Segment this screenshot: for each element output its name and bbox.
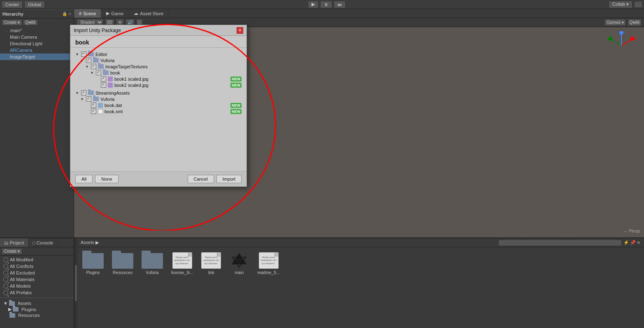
dat-file-icon — [98, 103, 103, 108]
tree-item-imagetargettextures: ▼ ImageTargetTextures — [75, 63, 242, 70]
dialog-footer: All None Cancel Import — [70, 171, 246, 186]
import-unity-package-dialog: Import Unity Package ✕ book ▼ Editor ▼ V… — [70, 25, 247, 187]
bookxml-checkbox[interactable] — [91, 109, 96, 114]
tree-item-vuforia2: ▼ Vuforia — [75, 96, 242, 102]
vuforia2-checkbox[interactable] — [86, 96, 91, 102]
book2-label: book2 scaled.jpg — [114, 83, 149, 88]
vuforia1-label: Vuforia — [100, 58, 114, 63]
book-folder-checkbox[interactable] — [96, 70, 101, 75]
expand-icon: ▼ — [90, 71, 94, 75]
bookxml-label: book.xml — [105, 109, 123, 114]
imagetargettextures-label: ImageTargetTextures — [105, 64, 148, 69]
new-badge: NEW — [230, 103, 242, 108]
xml-file-icon — [98, 109, 103, 114]
vuforia1-checkbox[interactable] — [86, 58, 91, 63]
imagetargettextures-checkbox[interactable] — [91, 64, 96, 69]
expand-icon: ▼ — [75, 52, 79, 56]
tree-item-editor: ▼ Editor — [75, 51, 242, 57]
new-badge: NEW — [230, 109, 242, 114]
vuforia2-label: Vuforia — [100, 97, 114, 102]
dialog-titlebar: Import Unity Package ✕ — [70, 25, 246, 36]
folder-icon — [98, 64, 104, 69]
new-badge: NEW — [230, 77, 242, 81]
book1-checkbox[interactable] — [101, 76, 106, 81]
book2-checkbox[interactable] — [101, 82, 106, 88]
streamingassets-label: StreamingAssets — [95, 91, 130, 95]
cancel-button[interactable]: Cancel — [188, 175, 214, 183]
editor-checkbox[interactable] — [81, 51, 86, 57]
dialog-close-button[interactable]: ✕ — [237, 27, 243, 34]
expand-icon: ▼ — [80, 97, 84, 101]
new-badge: NEW — [230, 83, 242, 88]
tree-item-book-folder: ▼ book — [75, 70, 242, 76]
dialog-title: Import Unity Package — [74, 28, 121, 33]
tree-item-bookxml: book.xml NEW — [75, 108, 242, 114]
bookdat-checkbox[interactable] — [91, 102, 96, 108]
expand-icon: ▼ — [75, 91, 79, 95]
expand-icon: ▼ — [80, 58, 84, 63]
image-file-icon — [108, 83, 113, 88]
none-button[interactable]: None — [95, 175, 118, 183]
book-folder-label: book — [110, 70, 120, 75]
folder-icon — [88, 52, 94, 56]
tree-item-book2: book2 scaled.jpg NEW — [75, 82, 242, 88]
tree-item-bookdat: book.dat NEW — [75, 102, 242, 108]
image-file-icon — [108, 77, 113, 81]
import-button[interactable]: Import — [216, 175, 242, 183]
book1-label: book1 scaled.jpg — [114, 77, 149, 81]
folder-icon — [88, 91, 94, 95]
tree-item-streamingassets: ▼ StreamingAssets — [75, 90, 242, 96]
dialog-subtitle: book — [70, 36, 246, 48]
folder-icon — [103, 70, 109, 75]
expand-icon: ▼ — [85, 65, 89, 69]
all-button[interactable]: All — [75, 175, 93, 183]
tree-item-vuforia1: ▼ Vuforia — [75, 57, 242, 63]
dialog-overlay: Import Unity Package ✕ book ▼ Editor ▼ V… — [0, 0, 644, 328]
bookdat-label: book.dat — [105, 103, 122, 108]
tree-item-book1: book1 scaled.jpg NEW — [75, 76, 242, 82]
dialog-body: ▼ Editor ▼ Vuforia ▼ ImageTargetTextures — [70, 48, 246, 171]
folder-icon — [93, 97, 99, 101]
editor-label: Editor — [95, 52, 107, 57]
folder-icon — [93, 58, 99, 63]
streamingassets-checkbox[interactable] — [81, 90, 86, 95]
